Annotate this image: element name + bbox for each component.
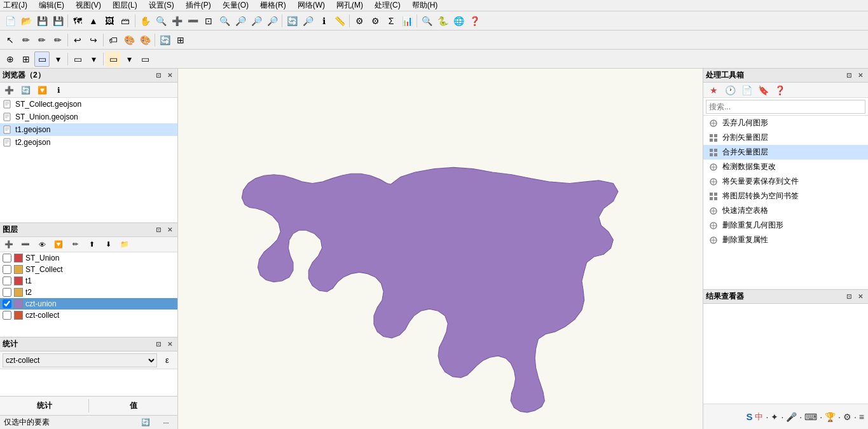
pan-to-selection-btn[interactable]: ⊡ (201, 13, 216, 29)
stats2-btn[interactable]: 📊 (399, 13, 415, 29)
tools-history-btn[interactable]: 🕐 (722, 83, 738, 98)
browser-item-3[interactable]: t2.geojson (0, 136, 177, 149)
refresh-btn[interactable]: 🔄 (284, 13, 300, 29)
move-btn[interactable]: ▭ (106, 51, 121, 67)
zoom-layer-btn[interactable]: 🔎 (233, 13, 248, 29)
select4-btn[interactable]: ▭ (137, 51, 153, 67)
color2-btn[interactable]: 🎨 (137, 32, 153, 48)
menu-item-m[interactable]: 网孔(M) (334, 0, 365, 11)
tools-close-btn[interactable]: ✕ (855, 71, 865, 81)
edit2-btn[interactable]: ✏ (50, 32, 65, 48)
select-drop-btn[interactable]: ▾ (50, 51, 65, 67)
layer-row-3[interactable]: t2 (0, 287, 177, 298)
open-project-btn[interactable]: 📂 (18, 13, 34, 29)
tools-run-btn[interactable]: ★ (706, 83, 721, 98)
scale-btn[interactable]: ⊞ (173, 32, 188, 48)
menu-item-o[interactable]: 矢量(O) (221, 0, 251, 11)
tools-item-5[interactable]: 将图层转换为空间书签 (703, 189, 868, 203)
rotate-btn[interactable]: 🔄 (157, 32, 172, 48)
menu-item-r[interactable]: 栅格(R) (258, 0, 288, 11)
layers-edit-btn[interactable]: ✏ (67, 237, 83, 252)
layer-row-2[interactable]: t1 (0, 275, 177, 287)
layer-row-0[interactable]: ST_Union (0, 252, 177, 264)
zoom-box-btn[interactable]: 🔍 (153, 13, 169, 29)
menu-item-v[interactable]: 视图(V) (74, 0, 103, 11)
python-btn[interactable]: 🐍 (435, 13, 450, 29)
add-layer-btn[interactable]: 🗺 (70, 13, 85, 29)
tools-search-input[interactable] (706, 100, 865, 114)
zoom-selection-btn[interactable]: 🔎 (249, 13, 264, 29)
label-btn[interactable]: 🏷 (106, 32, 121, 48)
layers-float-btn[interactable]: ⊡ (153, 225, 163, 235)
select3-drop-btn[interactable]: ▾ (86, 51, 101, 67)
measure-btn[interactable]: 📏 (332, 13, 347, 29)
layer-checkbox-5[interactable] (3, 311, 11, 320)
menu-item-l[interactable]: 图层(L) (111, 0, 139, 11)
map-area[interactable] (178, 69, 703, 429)
add-raster-btn[interactable]: 🖼 (102, 13, 117, 29)
results-close-btn[interactable]: ✕ (855, 292, 865, 302)
tools-item-7[interactable]: 删除重复几何图形 (703, 218, 868, 233)
status-refresh-btn[interactable]: 🔄 (138, 415, 153, 430)
browser-float-btn[interactable]: ⊡ (153, 71, 163, 81)
browser-item-1[interactable]: ST_Union.geojson (0, 111, 177, 123)
browser-close-btn[interactable]: ✕ (165, 71, 175, 81)
ime-bar[interactable]: S 中 · ✦ · 🎤 · ⌨ · 🏆 · ⚙ · ≡ (746, 411, 864, 423)
menu-item-w[interactable]: 网络(W) (296, 0, 327, 11)
zoom-in-btn[interactable]: ➕ (169, 13, 184, 29)
layers-add-btn[interactable]: ➕ (1, 237, 17, 252)
layer-row-1[interactable]: ST_Collect (0, 264, 177, 275)
browser-item-2[interactable]: t1.geojson (0, 123, 177, 136)
help-btn[interactable]: ❓ (467, 13, 482, 29)
tools-item-8[interactable]: 删除重复属性 (703, 233, 868, 247)
zoom-out-btn[interactable]: ➖ (185, 13, 200, 29)
results-float-btn[interactable]: ⊡ (844, 292, 854, 302)
layer-row-5[interactable]: czt-collect (0, 310, 177, 321)
browser-item-0[interactable]: ST_Collect.geojson (0, 98, 177, 111)
plugin1-btn[interactable]: ⚙ (352, 13, 367, 29)
tools-item-6[interactable]: 快速清空表格 (703, 203, 868, 218)
layer-checkbox-3[interactable] (3, 288, 11, 297)
plugin2-btn[interactable]: ⚙ (368, 13, 383, 29)
menu-item-s[interactable]: 设置(S) (147, 0, 176, 11)
layers-close-btn[interactable]: ✕ (165, 225, 175, 235)
browser-refresh-btn[interactable]: 🔄 (18, 83, 33, 98)
tools-item-2[interactable]: 合并矢量图层 (703, 145, 868, 160)
layers-down-btn[interactable]: ⬇ (100, 237, 116, 252)
tools-item-4[interactable]: 将矢量要素保存到文件 (703, 174, 868, 189)
move-drop-btn[interactable]: ▾ (121, 51, 137, 67)
snap-btn[interactable]: ⊕ (3, 51, 18, 67)
info-btn[interactable]: ℹ (316, 13, 331, 29)
globe-btn[interactable]: 🌐 (451, 13, 466, 29)
menu-item-e[interactable]: 编辑(E) (37, 0, 66, 11)
pan-btn[interactable]: ✋ (137, 13, 153, 29)
browser-info-btn[interactable]: ℹ (51, 83, 66, 98)
field-calc-btn[interactable]: Σ (383, 13, 399, 29)
menu-item-p[interactable]: 插件(P) (184, 0, 213, 11)
select3-btn[interactable]: ▭ (70, 51, 85, 67)
menu-item-h[interactable]: 帮助(H) (410, 0, 440, 11)
layers-show-btn[interactable]: 👁 (34, 237, 50, 252)
tools-item-0[interactable]: 丢弃几何图形 (703, 116, 868, 130)
browser-filter-btn[interactable]: 🔽 (34, 83, 50, 98)
browser-add-btn[interactable]: ➕ (1, 83, 17, 98)
deselect-btn[interactable]: ✏ (18, 32, 34, 48)
save-project-btn[interactable]: 💾 (34, 13, 50, 29)
stats-close-btn[interactable]: ✕ (165, 339, 175, 350)
select-btn[interactable]: ↖ (3, 32, 18, 48)
redo-btn[interactable]: ↪ (86, 32, 101, 48)
tools-bookmark-btn[interactable]: 🔖 (755, 83, 771, 98)
tools-help-btn[interactable]: ❓ (772, 83, 787, 98)
layers-filter-btn[interactable]: 🔽 (51, 237, 66, 252)
undo-btn[interactable]: ↩ (70, 32, 85, 48)
new-project-btn[interactable]: 📄 (3, 13, 18, 29)
stats-float-btn[interactable]: ⊡ (153, 339, 163, 350)
stats-layer-select[interactable]: czt-collect (3, 353, 157, 367)
layer-checkbox-0[interactable] (3, 254, 11, 262)
zoom-native-btn[interactable]: 🔎 (265, 13, 280, 29)
menu-item-j[interactable]: 工程(J) (1, 0, 29, 11)
save-as-btn[interactable]: 💾 (50, 13, 65, 29)
add-vector-btn[interactable]: ▲ (86, 13, 101, 29)
zoom-full-btn[interactable]: 🔍 (217, 13, 232, 29)
add-db-btn[interactable]: 🗃 (118, 13, 133, 29)
